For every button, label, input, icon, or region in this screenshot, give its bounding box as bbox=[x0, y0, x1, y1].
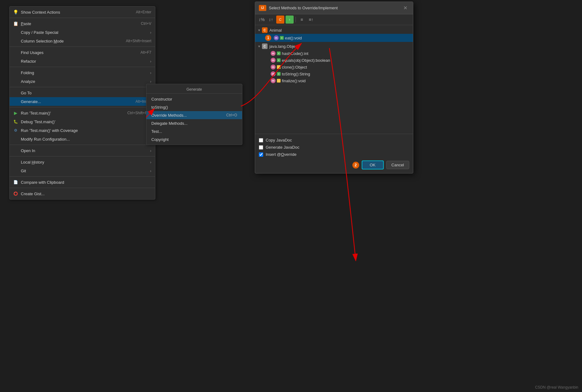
shortcut-show-context-actions: Alt+Enter bbox=[136, 10, 151, 14]
menu-label-folding: Folding bbox=[21, 70, 147, 75]
expand-arrow: ▼ bbox=[258, 45, 261, 48]
tree-group-object-header[interactable]: ▼ C java.lang.Object bbox=[255, 43, 413, 50]
toolbar-class-icon[interactable]: C bbox=[276, 16, 284, 24]
divider bbox=[10, 87, 155, 87]
generate-javadoc-label: Generate JavaDoc bbox=[266, 145, 299, 150]
method-icon-m: m bbox=[271, 51, 276, 56]
menu-label-paste: Paste bbox=[21, 21, 135, 26]
tree-item-clone[interactable]: m ○ clone():Object bbox=[255, 64, 413, 70]
toolbar-sort-arrow[interactable]: ↕↑ bbox=[267, 16, 275, 24]
menu-item-git[interactable]: Git › bbox=[10, 166, 155, 175]
menu-item-show-context-actions[interactable]: 💡 Show Context Actions Alt+Enter bbox=[10, 8, 155, 16]
menu-item-run[interactable]: ▶ Run 'Test.main()' Ctrl+Shift+F10 bbox=[10, 109, 155, 117]
submenu-arrow: › bbox=[150, 79, 151, 84]
method-label-finalize: finalize():void bbox=[282, 79, 306, 83]
method-label-equals: equals(obj:Object):boolean bbox=[282, 58, 330, 63]
divider bbox=[10, 176, 155, 177]
checkbox-generate-javadoc-row: Generate JavaDoc bbox=[259, 144, 409, 151]
gen-item-copyright[interactable]: Copyright bbox=[146, 135, 242, 143]
checkbox-insert-override-row: Insert @Override bbox=[259, 151, 409, 158]
menu-item-folding[interactable]: Folding › bbox=[10, 68, 155, 77]
menu-label-go-to: Go To bbox=[21, 91, 147, 95]
tree-item-equals[interactable]: m ≡ equals(obj:Object):boolean bbox=[255, 57, 413, 64]
copy-javadoc-checkbox[interactable] bbox=[259, 138, 263, 142]
tree-group-animal-header[interactable]: ▼ C Animal bbox=[255, 26, 413, 34]
access-public: ≡ bbox=[277, 72, 281, 76]
access-protected: ○ bbox=[277, 79, 281, 83]
tree-item-finalize[interactable]: m ○ finalize():void bbox=[255, 77, 413, 84]
menu-label-debug: Debug 'Test.main()' bbox=[21, 119, 151, 124]
menu-item-go-to[interactable]: Go To › bbox=[10, 88, 155, 97]
badge-1: 1 bbox=[265, 35, 271, 41]
menu-label-refactor: Refactor bbox=[21, 59, 147, 64]
divider bbox=[10, 47, 155, 47]
gen-item-tostring[interactable]: toString() bbox=[146, 103, 242, 111]
shortcut-paste: Ctrl+V bbox=[141, 21, 151, 26]
method-icon-m: m bbox=[271, 71, 276, 76]
gen-label-copyright: Copyright bbox=[151, 137, 169, 142]
menu-item-open-in[interactable]: Open In › bbox=[10, 146, 155, 155]
menu-label-create-gist: Create Gist... bbox=[21, 191, 151, 196]
dialog-footer: Copy JavaDoc Generate JavaDoc Insert @Ov… bbox=[255, 134, 413, 173]
menu-item-column-selection[interactable]: Column Selection Mode Alt+Shift+Insert bbox=[10, 37, 155, 45]
tree-item-hashcode[interactable]: m ≡ hashCode():int bbox=[255, 50, 413, 57]
submenu-arrow: › bbox=[150, 160, 151, 164]
menu-item-compare-clipboard[interactable]: 📄 Compare with Clipboard bbox=[10, 178, 155, 187]
gen-label-test: Test... bbox=[151, 129, 162, 134]
run-icon: ▶ bbox=[13, 110, 18, 116]
tree-item-eat[interactable]: 1 m ≡ eat():void bbox=[255, 34, 413, 42]
intellij-icon: IJ bbox=[259, 5, 266, 11]
generate-menu-title: Generate bbox=[146, 85, 242, 94]
divider bbox=[10, 188, 155, 188]
menu-item-generate[interactable]: Generate... Alt+Insert bbox=[10, 97, 155, 106]
submenu-arrow: › bbox=[150, 59, 151, 64]
gist-icon: ⭕ bbox=[13, 191, 18, 196]
cancel-button[interactable]: Cancel bbox=[386, 161, 409, 169]
gen-item-test[interactable]: Test... bbox=[146, 127, 242, 135]
menu-item-paste[interactable]: 📋 Paste Ctrl+V bbox=[10, 19, 155, 28]
shortcut-override: Ctrl+O bbox=[226, 113, 237, 117]
menu-item-analyze[interactable]: Analyze › bbox=[10, 77, 155, 86]
menu-item-run-coverage[interactable]: ⚙ Run 'Test.main()' with Coverage bbox=[10, 126, 155, 135]
menu-label-local-history: Local History bbox=[21, 160, 147, 164]
gen-item-constructor[interactable]: Constructor bbox=[146, 95, 242, 103]
checkbox-copy-javadoc-row: Copy JavaDoc bbox=[259, 137, 409, 144]
divider bbox=[10, 107, 155, 107]
badge-2: 2 bbox=[352, 162, 359, 169]
dialog-content: ▼ C Animal 1 m ≡ eat():void ▼ C java.lan… bbox=[255, 25, 413, 173]
divider bbox=[10, 156, 155, 156]
menu-item-find-usages[interactable]: Find Usages Alt+F7 bbox=[10, 48, 155, 57]
method-label-hashcode: hashCode():int bbox=[282, 51, 308, 56]
menu-label-column-selection: Column Selection Mode bbox=[21, 39, 120, 43]
toolbar-separator bbox=[296, 17, 296, 22]
menu-label-compare-clipboard: Compare with Clipboard bbox=[21, 180, 151, 185]
menu-item-local-history[interactable]: Local History › bbox=[10, 158, 155, 166]
menu-item-refactor[interactable]: Refactor › bbox=[10, 57, 155, 65]
expand-arrow: ▼ bbox=[258, 29, 261, 32]
generate-javadoc-checkbox[interactable] bbox=[259, 145, 263, 150]
shortcut-find-usages: Alt+F7 bbox=[140, 50, 151, 55]
menu-item-modify-run[interactable]: Modify Run Configuration... bbox=[10, 135, 155, 143]
gen-item-override-methods[interactable]: Override Methods... Ctrl+O bbox=[146, 111, 242, 119]
toolbar-impl-icon[interactable]: ↑ bbox=[286, 16, 294, 24]
gen-label-tostring: toString() bbox=[151, 105, 168, 110]
toolbar-sort-alpha[interactable]: ↕% bbox=[258, 16, 266, 24]
compare-icon: 📄 bbox=[13, 179, 18, 185]
gen-label-override-methods: Override Methods... bbox=[151, 113, 187, 118]
menu-item-create-gist[interactable]: ⭕ Create Gist... bbox=[10, 189, 155, 198]
dialog-close-button[interactable]: ✕ bbox=[401, 4, 409, 11]
gen-item-delegate-methods[interactable]: Delegate Methods... bbox=[146, 119, 242, 127]
ok-button[interactable]: OK bbox=[362, 160, 384, 169]
shortcut-column-selection: Alt+Shift+Insert bbox=[126, 39, 151, 43]
menu-label-open-in: Open In bbox=[21, 148, 147, 153]
insert-override-label: Insert @Override bbox=[266, 152, 296, 157]
toolbar-collapse[interactable]: ≡↑ bbox=[307, 16, 315, 24]
access-public: ≡ bbox=[280, 36, 284, 40]
methods-tree: ▼ C Animal 1 m ≡ eat():void ▼ C java.lan… bbox=[255, 25, 413, 134]
menu-item-debug[interactable]: 🐛 Debug 'Test.main()' bbox=[10, 117, 155, 126]
insert-override-checkbox[interactable] bbox=[259, 152, 263, 157]
tree-item-tostring[interactable]: m ≡ toString():String bbox=[255, 70, 413, 77]
toolbar-expand[interactable]: ≡ bbox=[298, 16, 306, 24]
menu-item-copy-paste-special[interactable]: Copy / Paste Special › bbox=[10, 28, 155, 37]
menu-label-generate: Generate... bbox=[21, 99, 129, 104]
